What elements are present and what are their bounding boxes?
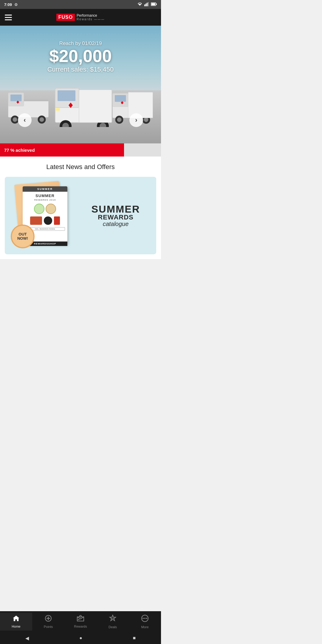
target-amount: $20,000 xyxy=(0,47,161,66)
svg-rect-15 xyxy=(24,100,49,101)
product-item xyxy=(44,216,52,225)
svg-rect-5 xyxy=(156,4,157,5)
next-icon: › xyxy=(135,116,137,124)
current-sales: Current sales: $15,450 xyxy=(0,66,161,73)
gear-icon: ⚙ xyxy=(14,2,18,7)
brand-tagline: Performance Rewards ——— xyxy=(77,13,105,21)
svg-rect-6 xyxy=(151,3,155,5)
svg-rect-28 xyxy=(115,95,126,102)
fuso-label: FUSO xyxy=(56,14,75,21)
progress-section: 77 % achieved xyxy=(0,143,161,157)
hamburger-line xyxy=(5,19,12,20)
brand-logo: FUSO Performance Rewards ——— xyxy=(56,13,105,21)
product-item xyxy=(30,216,42,225)
summer-catalogue: catalogue xyxy=(81,221,150,227)
out-now-badge: OUT NOW! xyxy=(11,225,35,248)
svg-rect-1 xyxy=(145,4,146,6)
prev-icon: ‹ xyxy=(24,116,26,124)
hamburger-line xyxy=(5,15,12,16)
wifi-icon xyxy=(137,2,143,7)
summer-subtitle: REWARDS xyxy=(81,214,150,221)
status-icons xyxy=(137,2,157,7)
status-bar: 7:09 ⚙ xyxy=(0,0,161,9)
carousel-prev-button[interactable]: ‹ xyxy=(18,113,32,127)
carousel-nav: ‹ › xyxy=(0,113,161,127)
progress-label: 77 % achieved xyxy=(4,148,35,153)
news-title: Latest News and Offers xyxy=(5,163,156,171)
hero-banner: Reach by 01/02/19 $20,000 Current sales:… xyxy=(0,26,161,143)
svg-rect-0 xyxy=(144,4,145,6)
svg-rect-9 xyxy=(10,95,22,101)
svg-rect-18 xyxy=(58,90,75,101)
hamburger-line xyxy=(5,17,12,18)
status-time: 7:09 xyxy=(4,2,12,7)
summer-title: SUMMER xyxy=(81,204,150,214)
svg-rect-25 xyxy=(56,108,60,111)
hamburger-button[interactable] xyxy=(5,15,12,20)
reach-label: Reach by 01/02/19 xyxy=(0,41,161,47)
svg-rect-3 xyxy=(148,2,149,6)
food-image-2 xyxy=(46,204,56,214)
news-card[interactable]: SUMMER REWARDS SUMMER SUMMER REWARDS 201… xyxy=(5,177,156,254)
product-item xyxy=(54,216,60,225)
catalogue-visual: SUMMER REWARDS SUMMER SUMMER REWARDS 201… xyxy=(11,183,76,248)
summer-text-block: SUMMER REWARDS catalogue xyxy=(81,204,150,227)
top-nav: FUSO Performance Rewards ——— xyxy=(0,9,161,26)
battery-icon xyxy=(151,2,157,7)
food-image-1 xyxy=(34,204,44,214)
carousel-next-button[interactable]: › xyxy=(129,113,143,127)
progress-bar: 77 % achieved xyxy=(0,143,124,157)
news-section: Latest News and Offers SUMMER REWARDS SU… xyxy=(0,157,161,259)
svg-rect-2 xyxy=(147,3,148,6)
hero-text: Reach by 01/02/19 $20,000 Current sales:… xyxy=(0,41,161,73)
signal-icon xyxy=(144,2,149,7)
